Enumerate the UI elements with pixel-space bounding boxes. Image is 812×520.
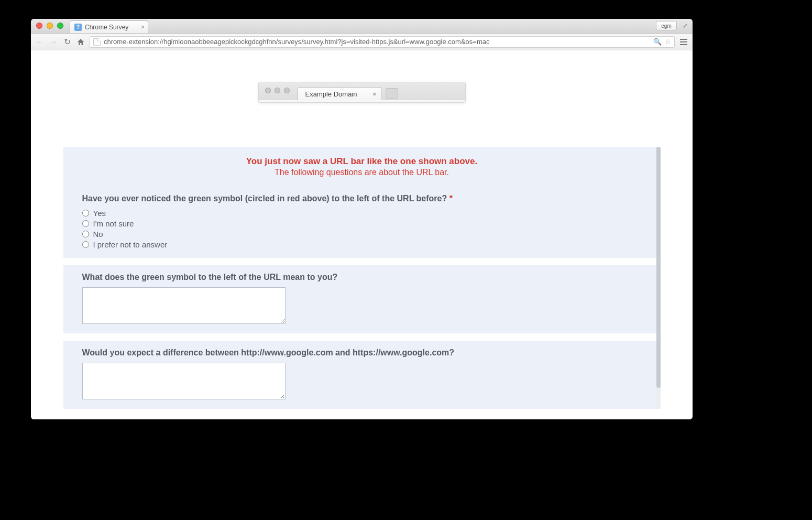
reload-button[interactable]: ↻ bbox=[62, 37, 72, 47]
intro-line2: The following questions are about the UR… bbox=[82, 168, 642, 177]
survey-form: You just now saw a URL bar like the one … bbox=[63, 147, 661, 409]
q1-option-notsure[interactable]: I'm not sure bbox=[82, 219, 642, 228]
question-3-title: Would you expect a difference between ht… bbox=[82, 348, 642, 358]
mockup-tab-close-icon: × bbox=[372, 90, 377, 98]
tab-title: Chrome Survey bbox=[85, 24, 128, 31]
address-bar-url: chrome-extension://hgimloonaobbeeagepick… bbox=[104, 38, 650, 46]
mockup-toolbar: ← → ↻ https://www.example.com bbox=[259, 100, 465, 103]
browser-window: ? Chrome Survey × egm ⤢ ← → ↻ chrome-ext… bbox=[31, 19, 693, 419]
zoom-window-button[interactable] bbox=[57, 23, 63, 29]
question-3-textarea[interactable] bbox=[82, 363, 286, 399]
q1-option-label: I prefer not to answer bbox=[93, 240, 168, 249]
q1-option-label: No bbox=[93, 230, 103, 239]
mockup-newtab-button bbox=[386, 88, 398, 99]
mockup-traffic-light bbox=[275, 88, 280, 93]
address-bar[interactable]: chrome-extension://hgimloonaobbeeagepick… bbox=[90, 36, 675, 48]
bookmark-star-icon[interactable]: ☆ bbox=[665, 38, 671, 46]
back-button[interactable]: ← bbox=[35, 37, 45, 47]
forward-button[interactable]: → bbox=[49, 37, 58, 47]
q1-option-label: I'm not sure bbox=[93, 219, 134, 228]
question-1-options: Yes I'm not sure No I prefer not to answ… bbox=[82, 209, 642, 249]
q1-radio-notsure[interactable] bbox=[82, 220, 89, 227]
fullscreen-icon[interactable]: ⤢ bbox=[681, 21, 689, 30]
q1-radio-prefernot[interactable] bbox=[82, 241, 89, 248]
survey-scrollbar-track[interactable] bbox=[656, 147, 661, 409]
chrome-menu-button[interactable] bbox=[679, 39, 688, 45]
page-content: Example Domain × ← → ↻ https://www.examp… bbox=[31, 50, 693, 419]
required-marker: * bbox=[449, 194, 453, 203]
mockup-tab: Example Domain × bbox=[298, 87, 381, 100]
intro-line1: You just now saw a URL bar like the one … bbox=[82, 156, 642, 167]
question-1-text: Have you ever noticed the green symbol (… bbox=[82, 194, 447, 203]
profile-label: egm bbox=[661, 23, 671, 29]
profile-button[interactable]: egm bbox=[656, 21, 677, 30]
question-2-title: What does the green symbol to the left o… bbox=[82, 273, 642, 282]
question-3: Would you expect a difference between ht… bbox=[63, 341, 661, 409]
home-button[interactable] bbox=[76, 37, 85, 47]
window-controls bbox=[36, 23, 63, 29]
question-1: Have you ever noticed the green symbol (… bbox=[63, 187, 661, 258]
browser-tabbar: ? Chrome Survey × egm ⤢ bbox=[31, 19, 693, 34]
survey-intro: You just now saw a URL bar like the one … bbox=[63, 147, 661, 187]
close-window-button[interactable] bbox=[36, 23, 42, 29]
survey-scrollbar-thumb[interactable] bbox=[656, 147, 661, 388]
browser-tab[interactable]: ? Chrome Survey × bbox=[70, 20, 148, 33]
tab-close-icon[interactable]: × bbox=[141, 24, 145, 31]
page-icon bbox=[93, 38, 101, 46]
urlbar-mockup-image: Example Domain × ← → ↻ https://www.examp… bbox=[258, 82, 466, 103]
browser-toolbar: ← → ↻ chrome-extension://hgimloonaobbeea… bbox=[31, 34, 693, 50]
mockup-traffic-light bbox=[265, 88, 271, 93]
mockup-tab-title: Example Domain bbox=[305, 90, 357, 98]
q1-option-no[interactable]: No bbox=[82, 230, 642, 239]
question-2-textarea[interactable] bbox=[82, 287, 286, 324]
q1-option-prefernot[interactable]: I prefer not to answer bbox=[82, 240, 642, 249]
q1-radio-no[interactable] bbox=[82, 231, 89, 237]
mockup-traffic-light bbox=[284, 88, 290, 93]
q1-radio-yes[interactable] bbox=[82, 210, 89, 216]
q1-option-yes[interactable]: Yes bbox=[82, 209, 642, 218]
minimize-window-button[interactable] bbox=[47, 23, 53, 29]
question-2: What does the green symbol to the left o… bbox=[63, 265, 661, 333]
question-1-title: Have you ever noticed the green symbol (… bbox=[82, 194, 642, 203]
mockup-tabbar: Example Domain × bbox=[259, 82, 465, 100]
tab-favicon: ? bbox=[74, 24, 82, 31]
q1-option-label: Yes bbox=[93, 209, 106, 218]
zoom-icon[interactable]: 🔍 bbox=[653, 38, 662, 46]
